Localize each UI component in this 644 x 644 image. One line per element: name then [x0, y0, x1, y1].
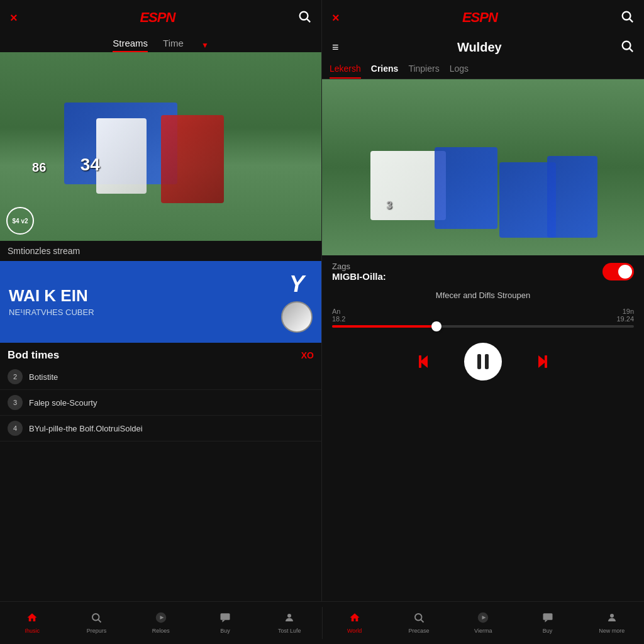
svg-point-2: [623, 11, 631, 19]
nav-item-new-more[interactable]: New more: [580, 602, 644, 644]
right-tabs: Lekersh Criens Tinpiers Logs: [322, 60, 644, 79]
section-action-button[interactable]: XO: [301, 350, 314, 360]
nav-label-new-more: New more: [599, 628, 625, 635]
player-controls: [322, 333, 644, 391]
play2-nav-icon: [477, 612, 489, 626]
home2-icon: [349, 612, 360, 626]
search2-nav-icon: [413, 612, 425, 626]
nav-label-reloes: Reloes: [152, 628, 170, 635]
nav-item-buy-left[interactable]: Buy: [193, 602, 257, 644]
slider-labels: An 18.2 19n 19.24: [332, 308, 634, 323]
promo-title-line2: NE¹IRATVHES CUBER: [9, 308, 94, 317]
user2-nav-icon: [606, 612, 618, 626]
nav-item-reloes[interactable]: Reloes: [129, 602, 193, 644]
toggle-label: Zags: [332, 262, 386, 271]
section-header: Bod times XO: [0, 343, 321, 364]
nav-label-buy-right: Buy: [543, 628, 553, 635]
toggle-name: MIGBI-Oilla:: [332, 271, 386, 282]
tab-logs[interactable]: Logs: [450, 64, 469, 79]
home-icon: [26, 612, 38, 626]
promo-logo: Y: [289, 271, 304, 297]
tab-tinpiers[interactable]: Tinpiers: [408, 64, 439, 79]
nav-item-vierma[interactable]: Vierma: [451, 602, 515, 644]
tab-time[interactable]: Time: [163, 38, 184, 52]
pause-button[interactable]: [464, 343, 502, 380]
svg-line-3: [630, 19, 633, 22]
promo-text: WAI K EIN NE¹IRATVHES CUBER: [9, 287, 94, 317]
list-item[interactable]: 3 Falep sole-Scourty: [0, 390, 321, 416]
nav-item-tost[interactable]: Tost Lufe: [257, 602, 321, 644]
user-nav-icon: [284, 612, 295, 626]
slider-right-label: 19n: [616, 308, 634, 315]
tab-criens[interactable]: Criens: [371, 64, 399, 79]
dropdown-arrow-icon[interactable]: ▼: [201, 41, 209, 50]
svg-line-1: [307, 19, 310, 22]
list-item[interactable]: 4 BYul-pille-the Bolf.OlotruiSoldei: [0, 416, 321, 441]
list-item[interactable]: 2 Botistite: [0, 364, 321, 390]
svg-rect-7: [419, 355, 421, 368]
tab-streams[interactable]: Streams: [113, 38, 148, 52]
nav-item-world[interactable]: World: [323, 602, 387, 644]
list-num-1: 2: [8, 369, 23, 384]
list-text-1: Botistite: [29, 372, 58, 382]
svg-line-5: [630, 48, 633, 52]
right-header: × ESPN: [322, 0, 644, 35]
prev-button[interactable]: [416, 350, 439, 373]
promo-banner[interactable]: WAI K EIN NE¹IRATVHES CUBER Y: [0, 261, 321, 343]
list-container: 2 Botistite 3 Falep sole-Scourty 4 BYul-…: [0, 364, 321, 441]
left-header: × ESPN: [0, 0, 321, 35]
nav-label-ihusic: Ihusic: [25, 628, 40, 635]
list-num-3: 4: [8, 421, 23, 436]
hero-image: 34 86 $4 v2: [0, 52, 321, 241]
right-close-button[interactable]: ×: [332, 11, 340, 25]
left-close-button[interactable]: ×: [10, 11, 18, 25]
score-badge: $4 v2: [6, 207, 34, 235]
tab-lekersh[interactable]: Lekersh: [330, 64, 361, 79]
list-num-2: 3: [8, 395, 23, 410]
chat-nav-icon: [219, 612, 231, 626]
toggle-row: Zags MIGBI-Oilla:: [322, 255, 644, 288]
nav-label-buy-left: Buy: [220, 628, 230, 635]
search-nav-icon: [91, 612, 102, 626]
toggle-switch[interactable]: [602, 263, 634, 280]
nav-label-world: World: [347, 628, 362, 635]
page-title: Wuldey: [457, 40, 502, 55]
nav-label-tost: Tost Lufe: [278, 628, 301, 635]
svg-rect-14: [221, 613, 230, 620]
right-search-button[interactable]: [620, 9, 634, 26]
right-search2-button[interactable]: [620, 39, 634, 56]
slider-right-value: 19.24: [616, 315, 634, 323]
slider-row: An 18.2 19n 19.24: [322, 303, 644, 333]
left-nav-section: Ihusic Prepurs Reloes Buy Tost Lufe: [0, 602, 322, 644]
nav-item-ihusic[interactable]: Ihusic: [0, 602, 64, 644]
slider-track[interactable]: [332, 325, 634, 328]
stream-label: Smtionzles stream: [0, 241, 321, 261]
svg-point-23: [610, 614, 614, 618]
left-nav-tabs: Streams Time ▼: [0, 35, 321, 52]
hamburger-icon[interactable]: ≡: [332, 41, 339, 54]
promo-title-line1: WAI K EIN: [9, 287, 94, 305]
right-espn-logo: ESPN: [462, 9, 497, 26]
left-panel: × ESPN Streams Time ▼ 3: [0, 0, 322, 601]
svg-rect-9: [545, 355, 547, 368]
left-search-button[interactable]: [297, 9, 311, 26]
svg-marker-15: [223, 619, 226, 622]
svg-rect-21: [543, 613, 552, 620]
svg-point-0: [300, 11, 308, 19]
svg-line-11: [99, 619, 101, 622]
nav-item-buy-right[interactable]: Buy: [515, 602, 579, 644]
nav-item-precase[interactable]: Precase: [387, 602, 451, 644]
next-button[interactable]: [527, 350, 550, 373]
section-title: Bod times: [8, 349, 59, 362]
svg-point-4: [623, 42, 631, 50]
slider-left-label: An: [332, 308, 345, 315]
slider-thumb[interactable]: [431, 321, 441, 331]
svg-line-18: [421, 619, 423, 622]
play-nav-icon: [155, 612, 167, 626]
chat2-nav-icon: [542, 612, 553, 626]
nav-item-prepurs[interactable]: Prepurs: [64, 602, 128, 644]
right-video: 3: [322, 79, 644, 255]
right-panel: × ESPN ≡ Wuldey Lekersh Criens Tinpiers: [322, 0, 644, 601]
nav-label-prepurs: Prepurs: [87, 628, 107, 635]
bottom-nav: Ihusic Prepurs Reloes Buy Tost Lufe: [0, 601, 644, 644]
